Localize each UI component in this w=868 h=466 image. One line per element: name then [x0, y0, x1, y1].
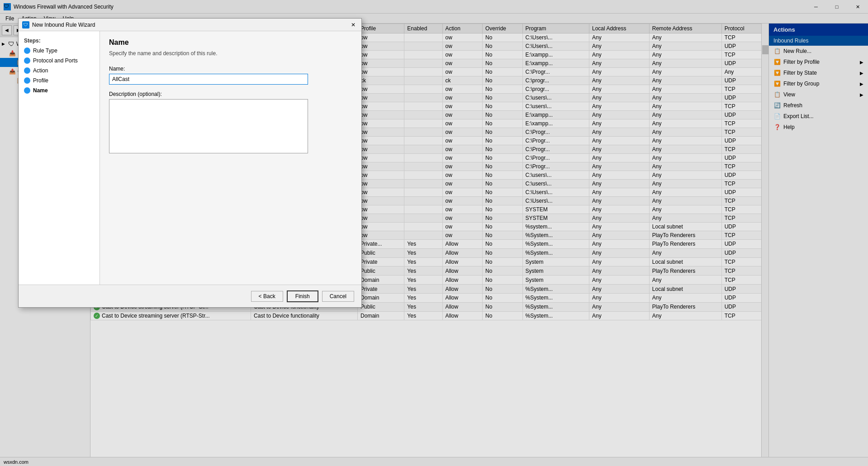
step-circle: [24, 77, 30, 84]
dialog-close-button[interactable]: ✕: [349, 20, 358, 29]
step-circle: [24, 48, 30, 54]
dialog-title-text: New Inbound Rule Wizard: [32, 22, 349, 28]
dialog-step-rule-type[interactable]: Rule Type: [19, 46, 100, 56]
dialog-step-name[interactable]: Name: [19, 86, 100, 95]
cancel-button[interactable]: Cancel: [322, 291, 354, 302]
dialog-title-icon: 🛡: [22, 21, 29, 29]
dialog-title-bar: 🛡 New Inbound Rule Wizard ✕: [19, 19, 361, 31]
dialog-main: Name Specify the name and description of…: [100, 31, 361, 285]
dialog-step-profile[interactable]: Profile: [19, 76, 100, 86]
dialog-footer: < Back Finish Cancel: [19, 285, 361, 307]
step-label: Profile: [33, 77, 48, 84]
dialog-sidebar: Steps: Rule TypeProtocol and PortsAction…: [19, 31, 100, 285]
step-label: Action: [33, 67, 48, 74]
step-label: Protocol and Ports: [33, 57, 78, 64]
dialog-step-action[interactable]: Action: [19, 66, 100, 76]
step-circle: [24, 87, 30, 94]
description-input[interactable]: [109, 99, 308, 153]
name-label: Name:: [109, 66, 352, 72]
dialog-page-title: Name: [109, 38, 352, 47]
dialog-step-protocol-ports[interactable]: Protocol and Ports: [19, 56, 100, 66]
description-label: Description (optional):: [109, 91, 352, 97]
new-rule-dialog: 🛡 New Inbound Rule Wizard ✕ Steps: Rule …: [18, 18, 362, 308]
back-button[interactable]: < Back: [251, 291, 283, 302]
step-label: Name: [33, 87, 48, 94]
dialog-content: Steps: Rule TypeProtocol and PortsAction…: [19, 31, 361, 285]
name-input[interactable]: [109, 74, 308, 85]
name-form-group: Name:: [109, 66, 352, 85]
finish-button[interactable]: Finish: [287, 290, 318, 302]
step-label: Rule Type: [33, 48, 57, 54]
description-form-group: Description (optional):: [109, 91, 352, 155]
step-circle: [24, 67, 30, 74]
dialog-overlay: 🛡 New Inbound Rule Wizard ✕ Steps: Rule …: [0, 0, 868, 466]
steps-title: Steps:: [19, 36, 100, 46]
dialog-page-subtitle: Specify the name and description of this…: [109, 50, 352, 57]
dialog-steps: Rule TypeProtocol and PortsActionProfile…: [19, 46, 100, 95]
step-circle: [24, 57, 30, 64]
